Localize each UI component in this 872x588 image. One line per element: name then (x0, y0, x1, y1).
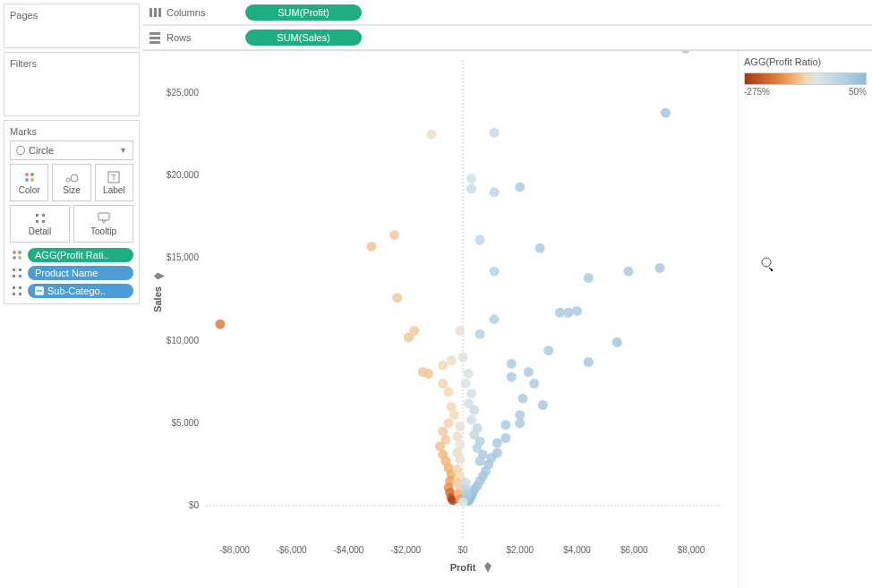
svg-rect-32 (150, 41, 160, 44)
svg-point-100 (444, 387, 454, 396)
svg-text:$2,000: $2,000 (506, 545, 534, 555)
mark-type-dropdown[interactable]: Circle ▼ (10, 141, 133, 160)
columns-pill[interactable]: SUM(Profit) (245, 4, 362, 21)
legend-gradient[interactable] (744, 72, 867, 85)
svg-rect-20 (19, 275, 21, 277)
svg-point-122 (366, 242, 376, 251)
svg-point-97 (447, 355, 457, 365)
svg-text:$25,000: $25,000 (167, 88, 200, 98)
svg-point-83 (492, 439, 502, 448)
svg-point-71 (490, 314, 500, 324)
svg-rect-8 (36, 214, 38, 217)
svg-text:$10,000: $10,000 (167, 336, 200, 345)
chart-pane[interactable]: $0$5,000$10,000$15,000$20,000$25,000-$8,… (143, 51, 738, 588)
svg-point-128 (466, 388, 476, 398)
label-card[interactable]: T Label (95, 164, 133, 201)
detail-card-label: Detail (29, 226, 52, 236)
svg-point-53 (661, 108, 671, 118)
svg-point-98 (438, 361, 448, 371)
filters-title: Filters (10, 58, 133, 69)
size-icon (64, 171, 79, 183)
filters-panel: Filters (4, 52, 140, 116)
svg-point-130 (469, 405, 479, 415)
circle-icon (16, 146, 25, 155)
scatter-chart[interactable]: $0$5,000$10,000$15,000$20,000$25,000-$8,… (143, 51, 738, 588)
svg-rect-22 (19, 286, 21, 289)
svg-point-54 (655, 263, 665, 273)
svg-point-99 (438, 379, 448, 388)
detail-icon (10, 284, 24, 298)
svg-rect-11 (42, 220, 45, 223)
marks-color-pill[interactable]: AGG(Profit Rati.. (28, 248, 133, 262)
svg-rect-12 (98, 213, 109, 220)
svg-point-74 (507, 359, 517, 369)
svg-point-58 (563, 308, 573, 318)
legend-max: 50% (849, 87, 867, 97)
svg-point-52 (680, 51, 690, 54)
svg-point-69 (475, 235, 485, 245)
svg-point-56 (584, 273, 594, 283)
svg-point-13 (13, 251, 16, 254)
svg-point-4 (66, 178, 70, 182)
columns-shelf-label: Columns (167, 7, 205, 18)
svg-text:-$8,000: -$8,000 (219, 545, 250, 555)
svg-point-123 (426, 130, 436, 140)
svg-point-68 (466, 174, 476, 183)
svg-point-16 (18, 256, 21, 260)
svg-point-131 (466, 415, 476, 425)
rows-pill[interactable]: SUM(Sales) (245, 30, 362, 46)
size-card[interactable]: Size (52, 164, 90, 201)
svg-rect-9 (42, 214, 45, 217)
size-card-label: Size (63, 185, 80, 195)
svg-point-57 (572, 306, 582, 316)
svg-point-59 (555, 308, 565, 318)
pages-panel: Pages (4, 4, 140, 48)
color-legend[interactable]: AGG(Profit Ratio) -275% 50% (738, 51, 872, 588)
rows-shelf[interactable]: Rows SUM(Sales) (143, 25, 872, 50)
svg-text:$5,000: $5,000 (171, 418, 199, 428)
svg-rect-17 (13, 268, 15, 271)
svg-point-65 (490, 128, 500, 138)
svg-point-125 (458, 353, 468, 362)
svg-point-78 (538, 400, 548, 410)
detail-card[interactable]: Detail (10, 205, 70, 243)
svg-point-0 (25, 173, 29, 176)
svg-text:-$4,000: -$4,000 (333, 545, 363, 555)
svg-text:T: T (112, 173, 117, 182)
legend-title: AGG(Profit Ratio) (744, 56, 867, 67)
svg-point-75 (524, 367, 534, 377)
svg-text:$20,000: $20,000 (167, 170, 200, 180)
svg-point-2 (25, 178, 29, 182)
legend-min: -275% (744, 87, 770, 97)
label-card-label: Label (103, 185, 124, 195)
svg-text:$4,000: $4,000 (563, 545, 591, 555)
svg-point-127 (461, 379, 471, 388)
color-icon (10, 248, 24, 262)
columns-shelf[interactable]: Columns SUM(Profit) (143, 0, 872, 25)
svg-rect-21 (13, 286, 15, 289)
svg-point-76 (529, 379, 539, 388)
svg-rect-18 (19, 268, 21, 271)
svg-text:Sales: Sales (152, 286, 163, 312)
svg-point-73 (507, 372, 517, 382)
columns-icon (149, 6, 161, 19)
color-icon (23, 171, 36, 183)
detail-icon (10, 266, 24, 280)
svg-point-138 (455, 422, 465, 431)
svg-point-63 (515, 183, 525, 192)
hierarchy-collapse-icon (35, 286, 44, 295)
tooltip-card[interactable]: Tooltip (73, 205, 133, 243)
svg-point-119 (404, 332, 414, 342)
marks-title: Marks (10, 126, 133, 137)
svg-rect-26 (37, 291, 42, 292)
svg-rect-19 (13, 275, 15, 277)
marks-detail-pill-1[interactable]: Product Name (28, 266, 133, 280)
svg-rect-29 (158, 8, 161, 17)
svg-point-103 (444, 418, 454, 428)
svg-point-142 (455, 455, 465, 464)
color-card[interactable]: Color (10, 164, 48, 201)
svg-point-126 (464, 369, 474, 379)
marks-detail-pill-2[interactable]: Sub-Catego.. (28, 284, 133, 298)
svg-point-121 (392, 293, 402, 303)
svg-point-60 (543, 345, 553, 355)
